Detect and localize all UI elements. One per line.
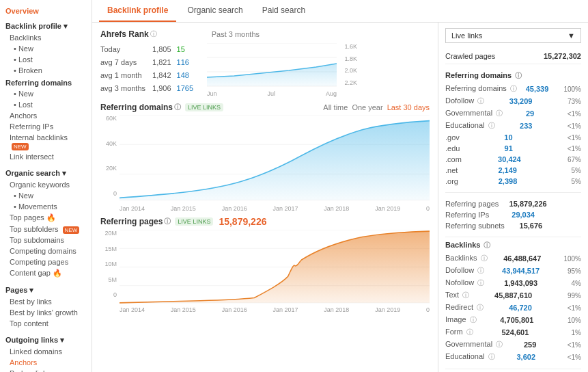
y-label: 20M [100, 230, 117, 237]
sidebar-item-competing-domains[interactable]: Competing domains [0, 245, 92, 256]
main-area: Backlink profile Organic search Paid sea… [92, 0, 588, 372]
stat-row: Form ⓘ 524,601 1% [445, 326, 581, 338]
sidebar-item-link-intersect[interactable]: Link intersect [0, 151, 92, 162]
stat-value: 46,720 [509, 304, 532, 312]
info-icon[interactable]: ⓘ [510, 85, 517, 92]
stat-row: Text ⓘ 45,887,610 99% [445, 289, 581, 302]
info-icon[interactable]: ⓘ [462, 291, 469, 299]
stat-label: .gov [445, 133, 460, 142]
sidebar-item-movements[interactable]: • Movements [0, 201, 92, 212]
sidebar-section-organic-search[interactable]: Organic search ▾ [0, 166, 92, 179]
stat-pct: 67% [557, 156, 581, 163]
x-label: Jan 2019 [375, 205, 400, 212]
y-label: 1.8K [338, 55, 357, 62]
y-label: 20K [100, 165, 117, 172]
x-label: Aug [326, 90, 337, 97]
sidebar-item-backlinks[interactable]: Backlinks [0, 32, 92, 43]
sidebar-item-referring-ips[interactable]: Referring IPs [0, 121, 92, 132]
stat-row: Dofollow ⓘ 43,944,517 95% [445, 265, 581, 277]
tab-backlink-profile[interactable]: Backlink profile [99, 0, 176, 22]
tab-paid-search[interactable]: Paid search [254, 0, 313, 22]
rank-row-change: 1765 [177, 81, 193, 94]
ahrefs-rank-chart [207, 43, 337, 88]
info-icon[interactable]: ⓘ [481, 254, 488, 262]
sidebar-item-new-organic[interactable]: • New [0, 190, 92, 201]
sidebar-section-outgoing-links[interactable]: Outgoing links ▾ [0, 333, 92, 346]
sidebar-item-top-pages[interactable]: Top pages 🔥 [0, 212, 92, 224]
sidebar-item-lost-referring[interactable]: • Lost [0, 99, 92, 110]
sidebar-section-referring-domains[interactable]: Referring domains [0, 76, 92, 88]
stat-pct: 73% [557, 98, 581, 105]
content-area: Ahrefs Rank ⓘ Past 3 months Today 1,805 … [92, 23, 588, 372]
info-icon[interactable]: ⓘ [488, 122, 495, 129]
info-icon[interactable]: ⓘ [470, 316, 477, 323]
stat-pct: 95% [557, 267, 581, 275]
info-icon[interactable]: ⓘ [515, 72, 522, 79]
live-links-dropdown[interactable]: Live links ▼ [445, 28, 581, 43]
stat-label: .com [445, 155, 462, 163]
sidebar-section-backlink-profile[interactable]: Backlink profile ▾ [0, 19, 92, 32]
stat-label: Educational ⓘ [445, 352, 495, 362]
sidebar-item-competing-pages[interactable]: Competing pages [0, 256, 92, 267]
stat-value: 233 [520, 122, 532, 130]
stat-pct: <1% [557, 304, 581, 312]
info-icon[interactable]: ⓘ [477, 267, 484, 274]
stat-row: Referring subnets 15,676 [445, 220, 581, 231]
sidebar-item-top-subdomains[interactable]: Top subdomains [0, 235, 92, 245]
svg-marker-4 [207, 64, 337, 86]
stat-row: .gov 10 <1% [445, 132, 581, 143]
sidebar-item-linked-domains[interactable]: Linked domains [0, 346, 92, 357]
y-label: 15M [100, 245, 117, 252]
info-icon[interactable]: ⓘ [496, 341, 503, 348]
sidebar-item-content-gap[interactable]: Content gap 🔥 [0, 267, 92, 279]
panel-referring-pages-title [445, 192, 581, 196]
right-panel: Live links ▼ Crawled pages 15,272,302 Re… [438, 23, 588, 372]
sidebar-item-new-referring[interactable]: • New [0, 88, 92, 99]
sidebar-item-best-by-links[interactable]: Best by links [0, 296, 92, 307]
stat-pct: 4% [557, 280, 581, 287]
sidebar-item-anchors[interactable]: Anchors [0, 110, 92, 121]
sidebar-item-broken-links[interactable]: Broken links [0, 368, 92, 372]
info-icon[interactable]: ⓘ [477, 304, 484, 311]
rank-row-label: avg 3 months [100, 81, 152, 94]
time-filter-all[interactable]: All time [323, 103, 348, 111]
sidebar-item-internal-backlinks[interactable]: Internal backlinks NEW [0, 132, 92, 151]
info-icon[interactable]: ⓘ [484, 241, 490, 249]
sidebar-item-best-by-links-growth[interactable]: Best by links' growth [0, 307, 92, 318]
stat-pct: 10% [557, 317, 581, 324]
ahrefs-rank-info-icon[interactable]: ⓘ [150, 29, 157, 39]
sidebar-item-top-content[interactable]: Top content [0, 318, 92, 329]
sidebar-item-new-backlinks[interactable]: • New [0, 43, 92, 54]
sidebar-item-broken-backlinks[interactable]: • Broken [0, 65, 92, 76]
stat-row: .com 30,424 67% [445, 154, 581, 165]
y-label: 40K [100, 140, 117, 147]
sidebar-item-organic-keywords[interactable]: Organic keywords [0, 179, 92, 190]
sidebar-item-lost-backlinks[interactable]: • Lost [0, 54, 92, 65]
time-filter-1y[interactable]: One year [352, 103, 382, 111]
stat-label: Dofollow ⓘ [445, 96, 484, 106]
sidebar-overview[interactable]: Overview [0, 5, 92, 19]
x-label: Jan 2015 [171, 306, 196, 313]
referring-pages-info-icon[interactable]: ⓘ [164, 217, 171, 226]
stat-row: Image ⓘ 4,705,801 10% [445, 314, 581, 326]
info-icon[interactable]: ⓘ [477, 97, 484, 105]
info-icon[interactable]: ⓘ [488, 353, 495, 360]
sidebar-item-anchors-outgoing[interactable]: Anchors [0, 357, 92, 368]
referring-domains-info-icon[interactable]: ⓘ [174, 103, 181, 112]
info-icon[interactable]: ⓘ [466, 328, 473, 336]
stat-label: Redirect ⓘ [445, 303, 484, 313]
tab-organic-search[interactable]: Organic search [179, 0, 251, 22]
sidebar-item-top-subfolders[interactable]: Top subfolders NEW [0, 224, 92, 235]
y-label: 2.0K [338, 67, 357, 74]
info-icon[interactable]: ⓘ [477, 279, 484, 287]
stat-value: 2,149 [498, 166, 517, 174]
info-icon[interactable]: ⓘ [496, 109, 503, 117]
x-label: Jan 2017 [272, 205, 298, 212]
stat-value: 45,339 [526, 85, 549, 93]
time-filters: All time One year Last 30 days [323, 103, 430, 111]
stat-row: Governmental ⓘ 29 <1% [445, 107, 581, 120]
y-label: 1.6K [338, 43, 357, 50]
time-filter-30d[interactable]: Last 30 days [387, 103, 430, 111]
stat-row: Referring domains ⓘ 45,339 100% [445, 83, 581, 95]
sidebar-section-pages[interactable]: Pages ▾ [0, 283, 92, 296]
